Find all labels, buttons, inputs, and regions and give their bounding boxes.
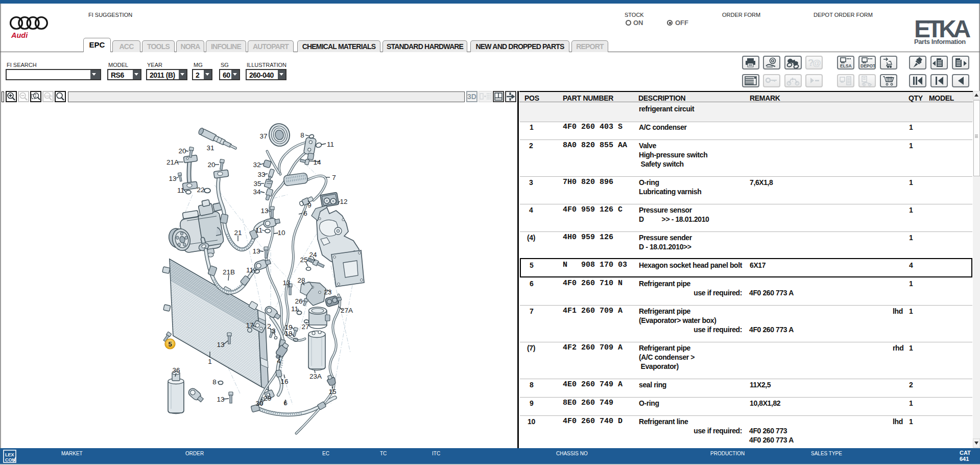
svg-text:25: 25 [300,256,307,264]
svg-text:DEPOT: DEPOT [861,63,875,68]
svg-text:100%: 100% [45,95,52,98]
svg-text:26: 26 [295,297,302,305]
svg-text:12: 12 [340,198,347,205]
svg-text:1: 1 [208,358,212,365]
svg-text:22: 22 [197,186,204,194]
svg-text:23: 23 [324,288,331,296]
svg-text:32: 32 [253,161,260,169]
svg-text:31: 31 [206,144,214,152]
svg-text:5: 5 [168,340,172,348]
svg-text:20: 20 [178,147,186,155]
svg-text:24: 24 [309,251,317,259]
svg-text:6: 6 [303,210,307,217]
svg-text:35: 35 [253,180,261,188]
svg-text:27A: 27A [341,307,353,314]
svg-text:30: 30 [255,400,263,407]
svg-text:36: 36 [172,366,180,374]
svg-text:21A: 21A [166,158,179,166]
svg-text:20: 20 [207,161,215,169]
svg-text:11: 11 [246,266,253,274]
svg-text:LEX: LEX [5,452,14,457]
svg-text:23A: 23A [309,373,322,380]
svg-text:13: 13 [169,175,176,182]
svg-text:9: 9 [307,201,312,209]
svg-text:11: 11 [177,187,184,194]
svg-text:3: 3 [272,327,276,335]
svg-text:13: 13 [217,341,224,348]
svg-text:8: 8 [300,131,304,139]
svg-text:7: 7 [332,174,336,181]
svg-text:21B: 21B [223,268,235,276]
svg-text:11: 11 [327,141,334,148]
svg-text:14: 14 [313,158,321,166]
svg-text:16: 16 [280,378,288,385]
svg-text:ELSA: ELSA [840,63,852,68]
svg-text:4: 4 [277,357,281,365]
svg-text:29: 29 [264,394,271,402]
svg-text:13: 13 [217,396,224,403]
svg-text:10: 10 [277,229,285,237]
svg-text:27: 27 [301,323,309,331]
svg-text:28: 28 [297,276,305,284]
svg-text:21: 21 [234,229,242,237]
svg-text:@: @ [812,58,821,68]
svg-text:13: 13 [282,279,290,287]
svg-text:34: 34 [253,188,261,196]
svg-text:17: 17 [246,321,253,329]
svg-text:Audi: Audi [11,31,28,39]
svg-text:15: 15 [328,388,336,396]
svg-text:18: 18 [284,330,292,337]
svg-text:8: 8 [212,378,217,386]
svg-text:2: 2 [267,322,271,330]
svg-text:6: 6 [283,399,288,407]
svg-text:37: 37 [259,132,267,140]
svg-text:11: 11 [291,305,298,313]
svg-text:33: 33 [257,171,265,178]
svg-text:11: 11 [255,226,262,234]
svg-text:13: 13 [252,247,260,255]
svg-text:13: 13 [260,207,268,215]
